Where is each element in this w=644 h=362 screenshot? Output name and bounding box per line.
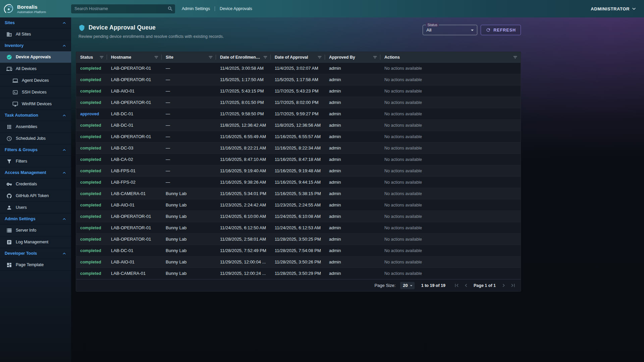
top-link-device-approvals[interactable]: Device Approvals [220,6,252,11]
enrollment-date-cell: 11/16/2025, 8:47:10 AM [216,154,271,165]
template-icon [6,262,12,268]
approval-date-cell: 11/16/2025, 8:47:18 AM [271,154,325,165]
table-row[interactable]: completedLAB-CAMERA-01Bunny Lab11/29/202… [76,268,521,279]
search-input[interactable] [71,4,175,13]
table-row[interactable]: completedLAB-AIO-01Bunny Lab11/23/2025, … [76,199,521,211]
first-page-button[interactable] [452,281,461,290]
column-header-date-of-approval[interactable]: Date of Approval [271,52,325,62]
refresh-button[interactable]: REFRESH [481,25,521,35]
sidebar-section-access-management[interactable]: Access Management [0,167,71,178]
sidebar-item-credentials[interactable]: Credentials [0,178,71,190]
filter-icon[interactable] [99,55,104,60]
sidebar-item-log-management[interactable]: Log Management [0,236,71,248]
chevron-down-icon [631,5,637,12]
table-row[interactable]: completedLAB-OPERATOR-01—11/16/2025, 6:5… [76,131,521,142]
user-icon [6,205,12,210]
site-cell: Bunny Lab [162,188,216,199]
sidebar-section-sites[interactable]: Sites [0,17,71,28]
page-subtitle: Review pending device enrollments and re… [78,34,224,39]
table-row[interactable]: completedLAB-AIO-01Bunny Lab11/29/2025, … [76,256,521,268]
previous-page-button[interactable] [462,281,470,290]
table-row[interactable]: completedLAB-CA-02—11/16/2025, 8:47:10 A… [76,154,521,165]
user-menu[interactable]: ADMINISTRATOR [591,5,637,12]
table-row[interactable]: completedLAB-OPERATOR-01—11/7/2025, 8:01… [76,97,521,108]
top-nav: Admin Settings Device Approvals [182,6,252,11]
table-row[interactable]: completedLAB-AIO-01—11/7/2025, 5:43:15 P… [76,85,521,97]
sidebar-item-all-devices[interactable]: All Devices [0,63,71,75]
sidebar-item-agent-devices[interactable]: Agent Devices [0,75,71,86]
search-icon[interactable] [167,6,173,12]
sidebar-section: SitesAll Sites [0,17,71,40]
enrollment-date-cell: 11/28/2025, 7:52:49 PM [216,245,271,256]
sidebar-item-scheduled-jobs[interactable]: Scheduled Jobs [0,133,71,144]
site-cell: — [162,74,216,85]
approval-date-cell: 11/24/2025, 6:12:53 AM [271,222,325,233]
sidebar-item-winrm-devices[interactable]: WinRM Devices [0,98,71,110]
page-size-select[interactable]: 20 [400,282,414,289]
status-cell: completed [76,245,107,256]
hostname-cell: LAB-OPERATOR-01 [107,74,162,85]
site-cell: — [162,120,216,131]
status-cell: completed [76,131,107,142]
sidebar-item-assemblies[interactable]: Assemblies [0,121,71,133]
next-page-button[interactable] [499,281,508,290]
sidebar-section-admin-settings[interactable]: Admin Settings [0,214,71,225]
sidebar-item-page-template[interactable]: Page Template [0,259,71,271]
table-row[interactable]: completedLAB-DC-01—11/8/2025, 12:36:42 A… [76,120,521,131]
first-page-icon [453,282,460,289]
column-header-hostname[interactable]: Hostname [107,52,162,62]
table-row[interactable]: completedLAB-OPERATOR-01—11/4/2025, 3:00… [76,63,521,74]
sidebar-section-task-automation[interactable]: Task Automation [0,110,71,121]
sidebar-section-label: Access Management [5,170,46,175]
table-row[interactable]: completedLAB-OPERATOR-01Bunny Lab11/28/2… [76,234,521,245]
filter-icon[interactable] [154,55,159,60]
hostname-cell: LAB-DC-03 [107,142,162,154]
filter-icon[interactable] [373,55,377,60]
sidebar-item-github-api-token[interactable]: GitHub API Token [0,190,71,202]
approved-by-cell: admin [325,188,380,199]
table-row[interactable]: completedLAB-OPERATOR-01Bunny Lab11/24/2… [76,211,521,222]
filter-icon[interactable] [317,55,322,60]
status-filter-select[interactable]: Status All [423,25,477,35]
table-row[interactable]: completedLAB-DC-03—11/16/2025, 8:22:21 A… [76,142,521,154]
table-row[interactable]: completedLAB-OPERATOR-01Bunny Lab11/24/2… [76,222,521,234]
column-header-actions[interactable]: Actions [380,52,521,62]
sidebar-section-filters-groups[interactable]: Filters & Groups [0,144,71,156]
enrollment-date-cell: 11/16/2025, 9:19:40 AM [216,165,271,176]
sidebar-section-inventory[interactable]: Inventory [0,40,71,51]
sidebar-item-users[interactable]: Users [0,202,71,214]
sidebar-section-developer-tools[interactable]: Developer Tools [0,248,71,259]
sidebar-item-device-approvals[interactable]: Device Approvals [0,51,71,63]
table-row[interactable]: completedLAB-FPS-02—11/16/2025, 9:38:26 … [76,177,521,188]
column-header-status[interactable]: Status [76,52,107,62]
filter-icon[interactable] [208,55,213,60]
filter-icon[interactable] [513,55,518,60]
table-row[interactable]: completedLAB-OPERATOR-01—11/5/2025, 1:17… [76,74,521,85]
filter-icon[interactable] [263,55,268,60]
sidebar-item-filters[interactable]: Filters [0,156,71,167]
column-header-date-of-enrollment-r[interactable]: Date of Enrollment R... [216,52,271,62]
site-cell: — [162,85,216,97]
column-header-site[interactable]: Site [162,52,216,62]
brand[interactable]: Borealis Automation Platform [0,2,71,15]
approved-by-cell: admin [325,108,380,119]
table-row[interactable]: approvedLAB-DC-01—11/7/2025, 9:58:50 PM1… [76,108,521,120]
top-link-admin-settings[interactable]: Admin Settings [182,6,210,11]
refresh-icon [486,27,491,33]
sidebar-item-all-sites[interactable]: All Sites [0,28,71,40]
table-row[interactable]: completedLAB-FPS-01—11/16/2025, 9:19:40 … [76,165,521,177]
sidebar-item-label: Page Template [16,262,44,267]
approved-by-cell: admin [325,142,380,154]
column-header-approved-by[interactable]: Approved By [325,52,380,62]
winrm-device-icon [12,101,18,107]
status-cell: completed [76,256,107,267]
sidebar-item-ssh-devices[interactable]: SSH Devices [0,86,71,98]
sidebar-item-server-info[interactable]: Server Info [0,225,71,236]
last-page-button[interactable] [508,281,517,290]
sidebar-section: Task AutomationAssembliesScheduled Jobs [0,110,71,144]
table-row[interactable]: completedLAB-DC-01Bunny Lab11/28/2025, 7… [76,245,521,256]
table-row[interactable]: completedLAB-CAMERA-01Bunny Lab11/16/202… [76,188,521,199]
sidebar-item-label: Assemblies [16,124,37,129]
site-cell: Bunny Lab [162,199,216,210]
column-label: Actions [384,55,400,60]
